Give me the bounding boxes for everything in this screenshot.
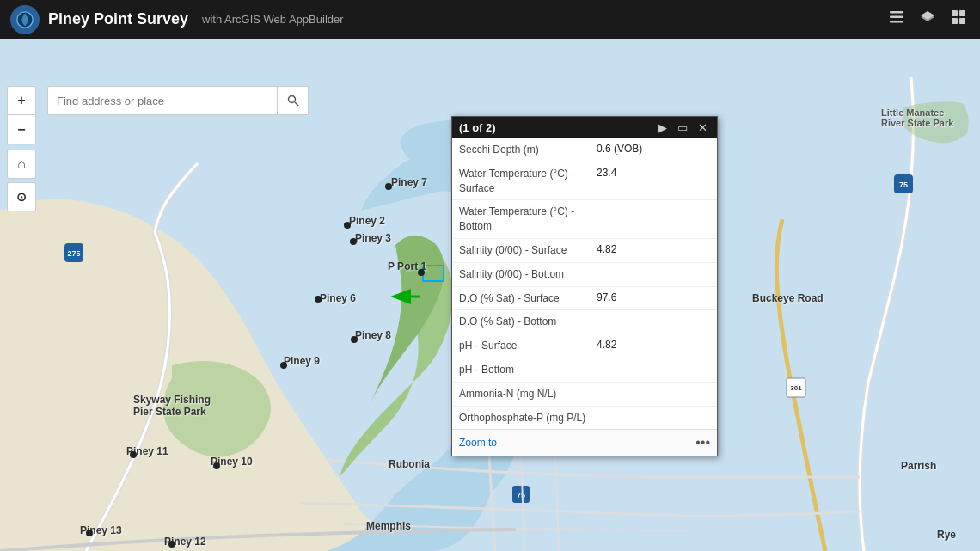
svg-rect-9 [959,18,965,24]
popup-header[interactable]: (1 of 2) ▶ ▭ ✕ [452,117,717,138]
popup-more-button[interactable]: ••• [695,435,710,450]
popup-value: 97.6 [597,291,616,303]
label-memphis: Memphis [366,520,411,532]
label-piney6: Piney 6 [320,292,356,304]
popup-key: Secchi Depth (m) [459,143,597,157]
popup-row: pH - Bottom [452,358,717,383]
svg-rect-8 [952,18,958,24]
search-bar [47,86,309,115]
popup-row: D.O (% Sat) - Surface97.6 [452,287,717,311]
zoom-in-button[interactable]: + [7,86,36,115]
popup-key: Water Temperature (°C) - Surface [459,167,597,196]
grid-button[interactable] [947,6,970,33]
popup-row: D.O (% Sat) - Bottom [452,310,717,334]
label-manatee: Little ManateeRiver State Park [881,107,953,128]
popup-row: Salinity (0/00) - Bottom [452,263,717,287]
dot-piney7[interactable] [385,183,392,190]
search-button[interactable] [278,86,309,115]
popup-key: pH - Surface [459,339,597,353]
svg-rect-7 [959,10,965,16]
svg-text:301: 301 [790,384,802,392]
popup-row: Water Temperature (°C) - Bottom [452,200,717,239]
popup-key: Salinity (0/00) - Bottom [459,267,597,282]
popup-key: D.O (% Sat) - Bottom [459,315,597,329]
popup-key: D.O (% Sat) - Surface [459,291,597,306]
header-tools [885,6,970,33]
layers-list-button[interactable] [885,6,908,33]
popup-value: 4.82 [597,339,616,351]
app-header: Piney Point Survey with ArcGIS Web AppBu… [0,0,980,39]
popup-value: 0.6 (VOB) [597,143,642,155]
popup-row: Water Temperature (°C) - Surface23.4 [452,162,717,201]
popup-controls: ▶ ▭ ✕ [656,120,710,135]
popup-key: Orthophosphate-P (mg P/L) [459,411,597,425]
dot-piney9[interactable] [280,362,287,369]
layers-button[interactable] [916,6,939,33]
svg-rect-6 [952,10,958,16]
map-toolbar: + − ⌂ ⊙ [7,86,36,215]
popup-value: 23.4 [597,167,616,179]
dot-piney12[interactable] [168,541,175,548]
svg-rect-2 [890,16,903,19]
dot-piney2[interactable] [344,222,351,229]
popup-value: 4.82 [597,243,616,255]
dot-piney8[interactable] [351,336,358,343]
app-subtitle: with ArcGIS Web AppBuilder [202,13,344,26]
dot-pport1[interactable] [418,269,425,276]
label-piney2: Piney 2 [349,215,385,227]
popup-play-button[interactable]: ▶ [656,120,670,135]
search-input[interactable] [47,86,278,115]
popup-key: pH - Bottom [459,363,597,377]
svg-text:275: 275 [67,249,80,258]
svg-point-22 [288,96,295,103]
popup-key: Salinity (0/00) - Surface [459,243,597,258]
svg-line-23 [295,102,298,106]
svg-text:75: 75 [517,491,525,499]
dot-piney13[interactable] [86,530,93,536]
label-piney8: Piney 8 [355,329,391,341]
popup-row: Secchi Depth (m)0.6 (VOB) [452,138,717,162]
popup-key: Water Temperature (°C) - Bottom [459,205,597,234]
svg-text:75: 75 [899,181,908,189]
popup-row: pH - Surface4.82 [452,334,717,358]
popup-title: (1 of 2) [459,121,656,134]
dot-piney6[interactable] [315,296,322,303]
app-title: Piney Point Survey [48,10,188,28]
map-area[interactable]: 275 301 75 75 [0,39,980,551]
zoom-out-button[interactable]: − [7,115,36,144]
locate-button[interactable]: ⊙ [7,182,36,211]
dot-piney3[interactable] [350,238,357,245]
label-piney9: Piney 9 [284,355,320,367]
popup-close-button[interactable]: ✕ [695,120,710,135]
label-parrish: Parrish [901,460,936,472]
label-rye: Rye [937,529,956,541]
app-logo [10,5,40,34]
dot-piney11[interactable] [130,451,137,458]
label-skyway: Skyway FishingPier State Park [133,394,211,418]
popup-body: Secchi Depth (m)0.6 (VOB)Water Temperatu… [452,138,717,429]
home-button[interactable]: ⌂ [7,150,36,179]
popup-key: Ammonia-N (mg N/L) [459,387,597,401]
label-piney3: Piney 3 [355,232,391,244]
popup-row: Ammonia-N (mg N/L) [452,383,717,407]
label-piney7: Piney 7 [391,176,427,188]
svg-rect-3 [890,21,903,23]
dot-piney10[interactable] [213,462,220,469]
label-rubonia: Rubonia [389,458,430,470]
popup-restore-button[interactable]: ▭ [675,120,690,135]
svg-rect-1 [890,11,903,14]
popup-footer: Zoom to ••• [452,429,717,456]
feature-popup: (1 of 2) ▶ ▭ ✕ Secchi Depth (m)0.6 (VOB)… [451,116,718,456]
popup-row: Orthophosphate-P (mg P/L) [452,407,717,430]
popup-row: Salinity (0/00) - Surface4.82 [452,239,717,263]
label-buckeye: Buckeye Road [752,292,824,304]
zoom-to-link[interactable]: Zoom to [459,437,497,449]
